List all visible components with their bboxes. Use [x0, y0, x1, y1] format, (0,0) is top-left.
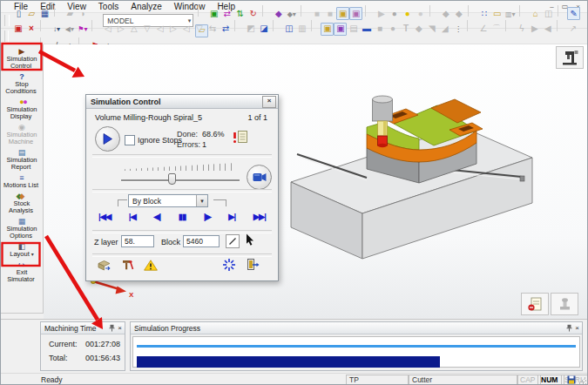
sidebar-item-layout[interactable]: ◧ Layout▾ — [2, 242, 42, 258]
go-to-start-button[interactable]: |◀◀ — [98, 212, 111, 221]
arc-icon[interactable]: ⌒ — [490, 23, 503, 36]
machine-view-button[interactable] — [556, 46, 584, 69]
update-stock-icon[interactable] — [97, 259, 112, 272]
block-input[interactable]: 5460 — [183, 235, 220, 247]
sidebar-item-stop-conditions[interactable]: ? Stop Conditions — [2, 72, 42, 95]
speed-slider-track[interactable] — [121, 179, 240, 182]
pick-icon[interactable]: ▶ — [375, 7, 388, 20]
tp-move-icon[interactable]: ▷ — [114, 23, 127, 36]
tp-join-icon[interactable]: ▽ — [193, 23, 206, 36]
tp-edit-icon[interactable]: ◁ — [101, 23, 114, 36]
dialog-title-bar[interactable]: Simulation Control × — [86, 95, 278, 109]
tp-up-icon[interactable]: △ — [127, 23, 140, 36]
next-procedure-button[interactable]: ▶| — [228, 212, 235, 221]
section-icon[interactable]: ▥ — [295, 23, 308, 36]
tp-down-icon[interactable]: ▽ — [140, 23, 153, 36]
tp-sync-icon[interactable]: ⇄ — [219, 23, 232, 36]
insert-menu-icon[interactable]: ↓▾ — [50, 24, 63, 37]
pin-icon[interactable] — [566, 324, 572, 332]
text-icon[interactable]: T — [399, 23, 412, 36]
tp-split-icon[interactable]: ◁ — [179, 23, 193, 36]
tool-pin-icon[interactable] — [121, 259, 134, 272]
fit-view-icon[interactable]: ▣ — [207, 7, 220, 20]
close-icon[interactable]: × — [118, 325, 122, 332]
prev-icon[interactable]: ◆ — [439, 7, 452, 20]
window-icon[interactable]: ■ — [310, 7, 323, 20]
go-to-end-button[interactable]: ▶▶| — [253, 212, 266, 221]
tp-trim-icon[interactable]: ◁ — [153, 23, 166, 36]
refresh-burst-icon[interactable] — [222, 258, 236, 272]
dialog-close-button[interactable]: × — [262, 96, 276, 108]
stamp-tool-button[interactable] — [551, 293, 578, 315]
flag-menu-icon[interactable]: ⚑▾ — [76, 24, 89, 37]
zoom-icon[interactable]: ⇅ — [233, 7, 247, 20]
sidebar-item-simulation-options[interactable]: ▦ Simulation Options — [2, 217, 42, 240]
sidebar-item-simulation-display[interactable]: ● Simulation Display — [2, 98, 42, 120]
select-menu-icon[interactable]: ◀▾ — [63, 24, 76, 37]
sidebar-item-exit-simulator[interactable]: ↪ Exit Simulator — [2, 260, 42, 283]
corner-icon[interactable]: ◥ — [425, 23, 438, 36]
play-button[interactable] — [95, 126, 120, 152]
sidebar-item-simulation-report[interactable]: ▤ Simulation Report — [2, 148, 42, 171]
pick-pointer-icon[interactable] — [245, 233, 255, 247]
back-gray-icon[interactable]: ◀ — [541, 23, 554, 36]
tp-extend-icon[interactable]: ▷ — [166, 23, 179, 36]
window2-icon[interactable]: ■ — [323, 7, 336, 20]
bulb-off-icon[interactable]: ● — [388, 7, 401, 20]
exit-dialog-icon[interactable] — [247, 258, 260, 271]
compare-icon[interactable]: ◫ — [282, 23, 295, 36]
sidebar-item-simulation-control[interactable]: ▶ Simulation Control — [2, 47, 42, 70]
toolbar-grip[interactable] — [4, 15, 10, 26]
tp-reorder-icon[interactable]: ⇆ — [206, 23, 219, 36]
bar-icon[interactable]: ▬ — [360, 23, 373, 36]
next-icon[interactable]: ◆ — [452, 7, 465, 20]
simulation-report-button[interactable] — [521, 293, 549, 315]
points-icon[interactable]: ∷ — [477, 7, 490, 20]
step-back-button[interactable]: ◀| — [153, 212, 160, 221]
chevron-down-icon[interactable]: ▾ — [196, 195, 207, 206]
simulation-progress-header[interactable]: Simulation Progress × — [131, 322, 582, 334]
speed-slider-thumb[interactable] — [168, 173, 176, 185]
home-icon[interactable]: ⌂ — [529, 7, 542, 20]
blank-icon[interactable]: ▣ — [321, 23, 334, 36]
stock-update-icon[interactable]: ◪ — [257, 23, 270, 36]
machining-time-header[interactable]: Machining Time × — [41, 322, 125, 334]
rotate-icon[interactable]: ↻ — [247, 7, 260, 20]
sidebar-item-motions-list[interactable]: ≡ Motions List — [2, 173, 42, 189]
prev-procedure-button[interactable]: |◀ — [129, 212, 136, 221]
layer-on-icon[interactable]: ▣ — [336, 7, 349, 20]
step-forward-button[interactable]: |▶ — [204, 212, 211, 221]
sketch-icon[interactable]: ✎ — [567, 7, 580, 20]
list-icon[interactable]: ▤ — [347, 23, 360, 36]
bulb-pick-icon[interactable]: ● — [414, 7, 427, 20]
bulb-on-icon[interactable]: ● — [401, 7, 414, 20]
sidebar-item-stock-analysis[interactable]: ◆ Stock Analysis — [2, 192, 42, 214]
more-icon[interactable]: ⋮ — [451, 24, 464, 37]
shade-cube-icon[interactable]: ◆ — [272, 7, 285, 20]
record-sim-icon[interactable]: ▣ — [11, 23, 24, 36]
play-gray-icon[interactable]: ▶ — [528, 23, 541, 36]
layer-set-icon[interactable]: ▣ — [349, 7, 362, 20]
resize-grip[interactable] — [578, 376, 586, 385]
solid-icon[interactable]: ■ — [373, 23, 386, 36]
ruler-icon[interactable]: ▭ — [490, 7, 504, 20]
arrow-ne-icon[interactable]: ↗ — [566, 23, 579, 36]
angle-icon[interactable]: ∠ — [476, 23, 490, 36]
stock-show-icon[interactable]: ◩ — [244, 23, 257, 36]
ignore-stops-checkbox[interactable] — [125, 135, 135, 145]
close-icon[interactable]: × — [575, 325, 579, 332]
menu-analyze[interactable]: Analyze — [125, 1, 168, 12]
lightning-icon[interactable]: ϟ — [515, 23, 528, 36]
warning-icon[interactable] — [144, 260, 158, 271]
cancel-pick-icon[interactable]: × — [24, 23, 37, 36]
record-video-button[interactable] — [247, 165, 272, 190]
dot-icon[interactable]: ● — [386, 23, 399, 36]
show-motion-button[interactable] — [226, 234, 240, 248]
gem-icon[interactable]: ◆ — [412, 23, 425, 36]
error-report-icon[interactable] — [233, 130, 248, 145]
z-layer-input[interactable]: 58. — [121, 235, 154, 247]
pause-button[interactable]: ▮▮ — [179, 212, 186, 221]
pan-icon[interactable]: ⇄ — [220, 7, 233, 20]
sidebar-item-simulation-machine[interactable]: ◉ Simulation Machine — [2, 123, 42, 145]
shaded-icon[interactable]: ▣ — [334, 23, 347, 36]
